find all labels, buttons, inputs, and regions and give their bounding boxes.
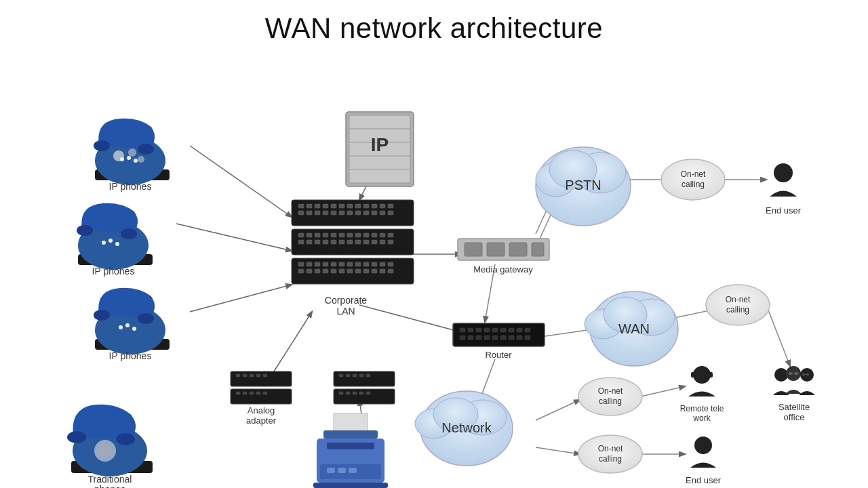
- svg-rect-246: [313, 483, 388, 488]
- svg-rect-72: [339, 240, 344, 244]
- svg-rect-153: [509, 336, 514, 340]
- svg-rect-241: [327, 443, 374, 449]
- svg-point-211: [120, 157, 124, 161]
- svg-point-227: [119, 325, 123, 329]
- svg-rect-188: [709, 372, 713, 378]
- svg-rect-56: [307, 233, 312, 237]
- svg-text:Corporate: Corporate: [325, 295, 367, 306]
- svg-text:calling: calling: [726, 305, 749, 314]
- svg-rect-124: [359, 374, 363, 377]
- svg-rect-96: [339, 269, 344, 273]
- svg-rect-33: [315, 204, 320, 208]
- svg-rect-155: [525, 336, 530, 340]
- svg-rect-41: [380, 204, 385, 208]
- svg-text:Media gateway: Media gateway: [473, 264, 533, 274]
- svg-rect-200: [806, 373, 809, 375]
- svg-rect-97: [347, 269, 353, 273]
- svg-rect-109: [250, 374, 254, 377]
- svg-rect-31: [298, 204, 304, 208]
- svg-rect-35: [331, 204, 336, 208]
- svg-rect-58: [323, 233, 328, 237]
- svg-rect-49: [347, 211, 353, 215]
- svg-rect-45: [315, 211, 320, 215]
- svg-text:PSTN: PSTN: [565, 178, 601, 192]
- svg-rect-50: [355, 211, 361, 215]
- svg-rect-62: [355, 233, 361, 237]
- svg-rect-34: [323, 204, 328, 208]
- svg-rect-110: [256, 374, 260, 377]
- svg-text:calling: calling: [599, 396, 622, 406]
- svg-line-19: [641, 386, 685, 396]
- svg-rect-100: [372, 269, 377, 273]
- svg-rect-151: [492, 336, 498, 340]
- svg-rect-79: [298, 262, 304, 266]
- svg-rect-137: [453, 323, 545, 346]
- svg-rect-37: [347, 204, 353, 208]
- svg-text:IP phones: IP phones: [109, 181, 152, 192]
- svg-rect-63: [363, 233, 369, 237]
- svg-rect-69: [315, 240, 320, 244]
- svg-rect-43: [298, 211, 304, 215]
- svg-rect-64: [372, 233, 377, 237]
- svg-rect-83: [331, 262, 336, 266]
- svg-text:IP phones: IP phones: [109, 350, 152, 361]
- svg-rect-139: [468, 328, 473, 332]
- svg-rect-81: [315, 262, 320, 266]
- svg-text:calling: calling: [682, 180, 705, 189]
- svg-point-184: [774, 163, 793, 182]
- svg-rect-32: [307, 204, 312, 208]
- svg-rect-128: [353, 392, 357, 394]
- svg-rect-36: [339, 204, 344, 208]
- svg-point-207: [128, 148, 136, 157]
- svg-rect-107: [236, 374, 240, 377]
- svg-rect-147: [460, 336, 465, 340]
- svg-rect-80: [307, 262, 312, 266]
- svg-text:IP phones: IP phones: [92, 266, 135, 277]
- svg-point-191: [694, 436, 712, 454]
- svg-rect-115: [256, 392, 260, 394]
- svg-rect-187: [691, 372, 694, 378]
- svg-rect-75: [363, 240, 369, 244]
- svg-rect-46: [323, 211, 328, 215]
- svg-point-221: [115, 242, 119, 246]
- svg-rect-86: [355, 262, 361, 266]
- svg-rect-93: [315, 269, 320, 273]
- svg-rect-55: [298, 233, 304, 237]
- svg-rect-120: [334, 389, 395, 404]
- svg-line-16: [766, 305, 790, 366]
- svg-rect-154: [517, 336, 522, 340]
- svg-rect-53: [380, 211, 385, 215]
- svg-text:office: office: [784, 412, 805, 422]
- svg-rect-51: [363, 211, 369, 215]
- svg-line-7: [359, 305, 461, 332]
- svg-rect-95: [331, 269, 336, 273]
- svg-point-213: [134, 159, 138, 163]
- svg-rect-78: [388, 240, 393, 244]
- svg-rect-239: [323, 430, 378, 439]
- svg-text:calling: calling: [599, 454, 622, 464]
- svg-point-209: [94, 140, 110, 151]
- svg-rect-126: [339, 392, 343, 394]
- svg-text:WAN: WAN: [618, 321, 650, 336]
- svg-rect-142: [492, 328, 498, 332]
- svg-point-234: [116, 433, 135, 445]
- svg-point-228: [125, 323, 130, 327]
- svg-text:IP: IP: [371, 134, 389, 155]
- svg-rect-73: [347, 240, 353, 244]
- svg-rect-61: [347, 233, 353, 237]
- svg-rect-40: [372, 204, 377, 208]
- svg-rect-60: [339, 233, 344, 237]
- svg-rect-245: [349, 468, 357, 473]
- svg-rect-108: [243, 374, 247, 377]
- svg-text:Satellite: Satellite: [778, 402, 810, 412]
- svg-text:Analog: Analog: [248, 405, 275, 415]
- svg-text:Remote tele: Remote tele: [680, 404, 724, 413]
- svg-line-1: [176, 224, 292, 251]
- svg-line-0: [190, 146, 292, 217]
- svg-rect-123: [353, 374, 357, 377]
- svg-rect-57: [315, 233, 320, 237]
- svg-text:adapter: adapter: [246, 415, 277, 426]
- svg-rect-146: [525, 328, 530, 332]
- svg-rect-129: [359, 392, 363, 394]
- svg-rect-98: [355, 269, 361, 273]
